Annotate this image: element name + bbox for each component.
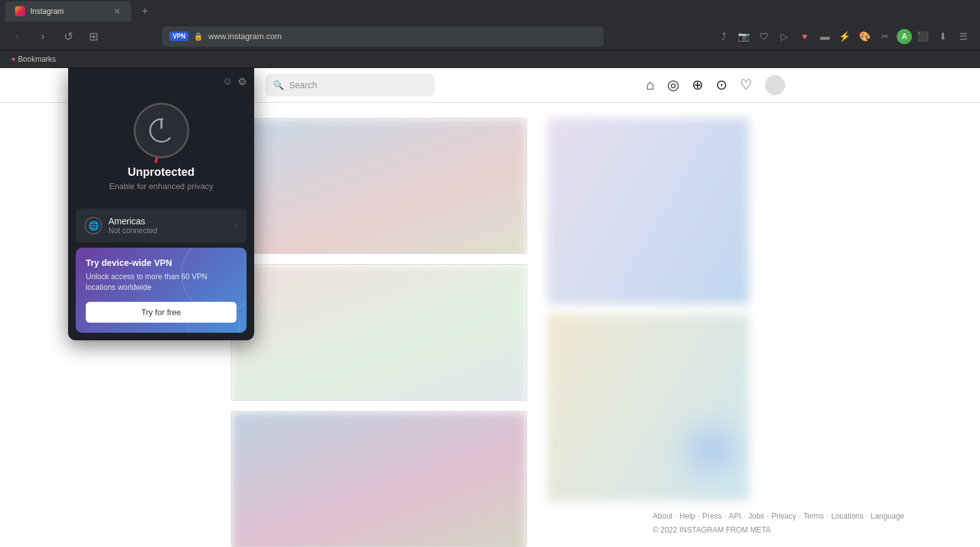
power-button[interactable] [134, 103, 189, 158]
rectangle-icon[interactable]: ▬ [816, 28, 834, 45]
toolbar: ‹ › ↺ ⊞ VPN 🔒 www.instagram.com ⤴ 📷 🛡 ▷ … [0, 23, 980, 50]
main-area [231, 103, 749, 547]
vpn-power-section: Unprotected Enable for enhanced privacy [76, 93, 247, 204]
side-post-1 [547, 118, 749, 304]
palette-icon[interactable]: 🎨 [856, 28, 874, 45]
lightning-icon[interactable]: ⚡ [836, 28, 854, 45]
vpn-status-subtitle: Enable for enhanced privacy [109, 181, 213, 191]
share-icon[interactable]: ⤴ [715, 28, 733, 45]
try-for-free-button[interactable]: Try for free [86, 302, 236, 323]
post-card-2 [231, 264, 527, 400]
footer-about[interactable]: About [653, 512, 672, 521]
bookmarks-item[interactable]: ♥ Bookmarks [8, 54, 60, 65]
vpn-promo-card: Try device-wide VPN Unlock access to mor… [76, 248, 247, 333]
active-tab[interactable]: Instagram ✕ [5, 1, 131, 21]
power-icon [148, 117, 175, 144]
forward-button[interactable]: › [33, 26, 53, 47]
home-nav-icon[interactable]: ⌂ [646, 77, 654, 93]
instagram-nav-icons: ⌂ ◎ ⊕ ⊙ ♡ [646, 75, 785, 95]
globe-icon: 🌐 [85, 217, 102, 234]
scissors-icon[interactable]: ✂ [877, 28, 894, 45]
post-image-3 [231, 412, 527, 547]
post-glow-effect [685, 425, 736, 475]
side-area [547, 118, 749, 547]
power-button-container [134, 103, 189, 158]
download-icon[interactable]: ⬇ [935, 28, 952, 45]
promo-title: Try device-wide VPN [86, 258, 236, 268]
page-content: Instagram 🔍 Search ⌂ ◎ ⊕ ⊙ ♡ [0, 68, 980, 547]
vpn-popup: ☺ ⚙ [68, 68, 254, 340]
new-tab-button[interactable]: + [136, 3, 154, 20]
messenger-nav-icon[interactable]: ◎ [667, 77, 679, 93]
explore-nav-icon[interactable]: ⊙ [716, 77, 727, 93]
tab-title: Instagram [30, 7, 64, 16]
footer-copyright: © 2022 INSTAGRAM FROM META [653, 526, 904, 534]
tab-close-button[interactable]: ✕ [114, 6, 121, 16]
lock-icon: 🔒 [194, 32, 203, 41]
vpn-popup-header: ☺ ⚙ [76, 76, 247, 88]
url-display: www.instagram.com [208, 32, 595, 41]
grid-button[interactable]: ⊞ [83, 26, 103, 47]
footer-privacy[interactable]: Privacy [771, 512, 796, 521]
post-image-1 [231, 118, 527, 254]
location-info: Americas Not connected [108, 216, 228, 235]
menu-icon[interactable]: ☰ [955, 28, 972, 45]
refresh-button[interactable]: ↺ [58, 26, 78, 47]
user-avatar[interactable] [765, 75, 785, 95]
heart-icon[interactable]: ♥ [796, 28, 814, 45]
search-placeholder: Search [289, 80, 317, 90]
footer-press[interactable]: Press [703, 512, 722, 521]
tab-favicon [15, 6, 25, 16]
emoji-icon[interactable]: ☺ [223, 76, 233, 88]
promo-description: Unlock access to more than 60 VPN locati… [86, 272, 236, 293]
screenshot-icon[interactable]: 📷 [735, 28, 753, 45]
footer-terms[interactable]: Terms [803, 512, 824, 521]
location-name: Americas [108, 216, 228, 226]
add-nav-icon[interactable]: ⊕ [692, 77, 703, 93]
side-post-2 [547, 314, 749, 501]
footer-links: About · Help · Press · API · Jobs · Priv… [653, 512, 904, 521]
shield-icon[interactable]: 🛡 [755, 28, 773, 45]
toolbar-icons: ⤴ 📷 🛡 ▷ ♥ ▬ ⚡ 🎨 ✂ A ⬛ ⬇ ☰ [715, 28, 972, 45]
extensions-icon[interactable]: ⬛ [914, 28, 932, 45]
settings-icon[interactable]: ⚙ [238, 76, 247, 88]
post-card-3 [231, 411, 527, 547]
address-bar[interactable]: VPN 🔒 www.instagram.com [162, 26, 604, 47]
play-icon[interactable]: ▷ [776, 28, 793, 45]
vpn-badge: VPN [170, 32, 189, 41]
location-status: Not connected [108, 226, 228, 235]
footer-locations[interactable]: Locations [831, 512, 863, 521]
instagram-search[interactable]: 🔍 Search [265, 74, 435, 96]
instagram-header-inner: Instagram 🔍 Search ⌂ ◎ ⊕ ⊙ ♡ [195, 74, 785, 96]
heart-nav-icon[interactable]: ♡ [740, 77, 752, 93]
bookmark-heart-icon: ♥ [11, 55, 16, 63]
post-image-2 [231, 265, 527, 400]
tab-bar: Instagram ✕ + [0, 0, 980, 23]
footer-jobs[interactable]: Jobs [748, 512, 764, 521]
back-button[interactable]: ‹ [8, 26, 28, 47]
search-icon: 🔍 [273, 80, 284, 90]
footer-api[interactable]: API [729, 512, 741, 521]
feed-area [231, 118, 527, 547]
post-card-1 [231, 118, 527, 254]
vpn-location-selector[interactable]: 🌐 Americas Not connected › [76, 209, 247, 243]
bookmarks-bar: ♥ Bookmarks [0, 50, 980, 68]
bookmarks-label: Bookmarks [18, 55, 56, 64]
instagram-footer: About · Help · Press · API · Jobs · Priv… [653, 512, 904, 534]
browser-chrome: Instagram ✕ + ‹ › ↺ ⊞ VPN 🔒 www.instagra… [0, 0, 980, 68]
footer-language[interactable]: Language [871, 512, 904, 521]
footer-help[interactable]: Help [680, 512, 696, 521]
account-icon[interactable]: A [897, 29, 912, 44]
location-arrow-icon: › [235, 221, 238, 231]
